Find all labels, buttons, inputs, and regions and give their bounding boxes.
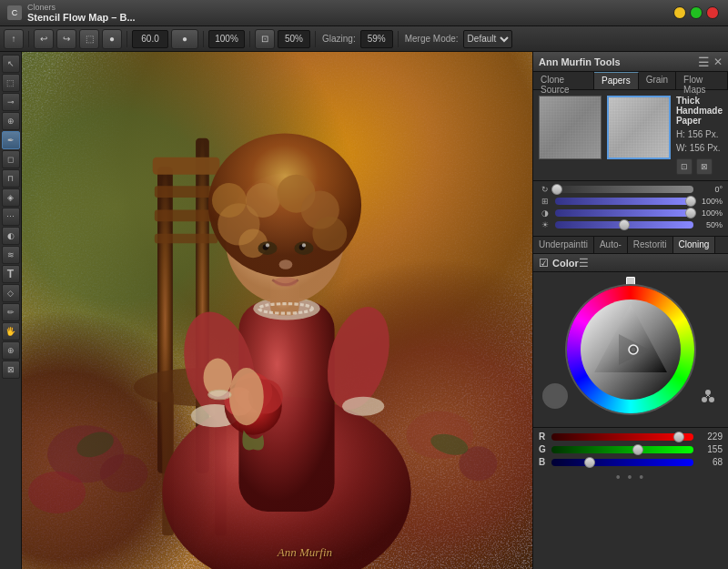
tool-zoom[interactable]: ⊕ (2, 341, 20, 360)
tool-arrow[interactable]: ↖ (2, 55, 20, 73)
brush-size-input[interactable]: 60.0 (132, 30, 168, 48)
size-pct-input[interactable]: 50% (278, 30, 310, 48)
capture-btn[interactable]: ⊡ (255, 29, 275, 49)
b-slider-track[interactable] (551, 459, 693, 466)
foreground-color-swatch[interactable] (542, 383, 568, 409)
scale-icon: ⊞ (539, 197, 551, 206)
g-value: 155 (697, 444, 723, 454)
tool-btn-2[interactable]: ↪ (56, 29, 76, 49)
tool-eyedropper[interactable]: ⊠ (2, 361, 20, 379)
separator-1 (28, 31, 29, 47)
contrast-value: 100% (697, 208, 723, 218)
tool-brush[interactable]: ✒ (2, 131, 20, 149)
tool-btn-4[interactable]: ● (102, 29, 122, 49)
glazing-label: Glazing: (320, 34, 358, 44)
watermark: Ann Murfin (278, 545, 332, 560)
scale-value: 100% (697, 197, 723, 206)
tool-crop[interactable]: ⊕ (2, 112, 20, 130)
color-options-icon[interactable] (697, 385, 719, 409)
scale-track[interactable] (555, 198, 693, 205)
tool-dodge[interactable]: ◐ (2, 227, 20, 245)
tool-effects[interactable]: ⋯ (2, 208, 20, 226)
color-panel-menu[interactable]: ☰ (579, 257, 589, 269)
maximize-button[interactable] (690, 6, 703, 19)
tool-smudge[interactable]: ≋ (2, 246, 20, 264)
app-icon: C (7, 5, 22, 20)
tab-restore[interactable]: Restoriti (628, 237, 673, 253)
tool-btn-3[interactable]: ⬚ (79, 29, 99, 49)
brightness-value: 50% (697, 220, 723, 229)
panel-header: Ann Murfin Tools ☰ ✕ (533, 52, 728, 72)
right-panel: Ann Murfin Tools ☰ ✕ Clone Source Papers… (532, 52, 728, 569)
close-button[interactable] (706, 6, 719, 19)
paper-name: Thick Handmade Paper (676, 96, 723, 126)
tool-pen[interactable]: ✏ (2, 303, 20, 321)
svg-marker-55 (594, 304, 667, 372)
left-toolbar: ↖ ⬚ ⊸ ⊕ ✒ ◻ ⊓ ◈ ⋯ ◐ ≋ T ◇ ✏ 🖐 ⊕ ⊠ (0, 52, 22, 569)
tab-clone-source[interactable]: Clone Source (533, 72, 594, 89)
bottom-tabs-row: Underpaintti Auto- Restoriti Cloning (533, 236, 728, 254)
tabs-row: Clone Source Papers Grain Flow Maps (533, 72, 728, 90)
paper-icons-row: ⊡ ⊠ (676, 158, 723, 175)
merge-mode-select[interactable]: Default (463, 30, 512, 48)
rotation-track[interactable] (555, 186, 693, 193)
brush-size-slider-btn[interactable]: ● (171, 29, 198, 49)
scale-slider-row: ⊞ 100% (539, 197, 723, 206)
paper-thumb-1[interactable] (539, 96, 602, 159)
r-label: R (539, 432, 548, 442)
tool-marquee[interactable]: ⬚ (2, 74, 20, 92)
tab-underpaint[interactable]: Underpaintti (533, 237, 594, 253)
svg-point-60 (702, 397, 707, 402)
canvas-area[interactable]: Ann Murfin (22, 52, 532, 569)
separator-6 (398, 31, 399, 47)
opacity-input[interactable]: 100% (208, 30, 245, 48)
tool-lasso[interactable]: ⊸ (2, 93, 20, 111)
sliders-section: ↻ 0° ⊞ 100% ◑ 100% (533, 180, 728, 236)
b-label: B (539, 457, 548, 467)
toolbar: ↑ ↩ ↪ ⬚ ● 60.0 ● 100% ⊡ 50% Glazing: 59%… (0, 26, 728, 52)
r-value: 229 (697, 432, 723, 442)
brightness-icon: ☀ (539, 220, 551, 229)
tab-flow-maps[interactable]: Flow Maps (676, 72, 728, 89)
tool-select-btn[interactable]: ↑ (4, 29, 24, 49)
glazing-input[interactable]: 59% (360, 30, 393, 48)
tab-cloning[interactable]: Cloning (673, 237, 716, 253)
paper-thumb-selected[interactable] (607, 96, 670, 159)
color-wheel-inner[interactable] (581, 300, 681, 400)
g-slider-track[interactable] (551, 446, 693, 453)
paper-info: Thick Handmade Paper H: 156 Px. W: 156 P… (676, 96, 723, 175)
panel-menu-icon[interactable]: ☰ (698, 55, 710, 69)
color-swatch-area (542, 383, 568, 409)
merge-mode-label: Merge Mode: (403, 34, 460, 44)
panel-close-btn[interactable]: ✕ (713, 56, 723, 68)
brightness-track[interactable] (555, 221, 693, 229)
svg-point-59 (705, 390, 711, 395)
titlebar: C Cloners Stencil Flow Map – B... (0, 0, 728, 26)
tool-hand[interactable]: 🖐 (2, 322, 20, 340)
tab-auto[interactable]: Auto- (594, 237, 628, 253)
tool-btn-1[interactable]: ↩ (34, 29, 54, 49)
paper-icon-2[interactable]: ⊠ (696, 158, 713, 175)
rotation-value: 0° (697, 185, 723, 194)
tool-paint-bucket[interactable]: ⊓ (2, 169, 20, 188)
tool-shape[interactable]: ◇ (2, 284, 20, 302)
color-panel-checkbox[interactable]: ☑ (539, 257, 549, 269)
paper-icon-1[interactable]: ⊡ (676, 158, 693, 175)
g-slider-row: G 155 (539, 444, 723, 454)
contrast-track[interactable] (555, 209, 693, 217)
tab-grain[interactable]: Grain (639, 72, 676, 89)
tab-papers[interactable]: Papers (594, 72, 639, 89)
r-slider-track[interactable] (551, 433, 693, 441)
minimize-button[interactable] (673, 6, 686, 19)
r-slider-row: R 229 (539, 432, 723, 442)
separator-5 (315, 31, 316, 47)
separator-4 (249, 31, 250, 47)
color-panel-title: Color (552, 258, 579, 269)
color-wheel[interactable] (567, 286, 694, 413)
rgb-dots: • • • (539, 470, 723, 484)
tool-text[interactable]: T (2, 265, 20, 283)
g-label: G (539, 444, 548, 454)
tool-eraser[interactable]: ◻ (2, 150, 20, 168)
tool-clone[interactable]: ◈ (2, 188, 20, 207)
color-wheel-area (533, 272, 728, 427)
